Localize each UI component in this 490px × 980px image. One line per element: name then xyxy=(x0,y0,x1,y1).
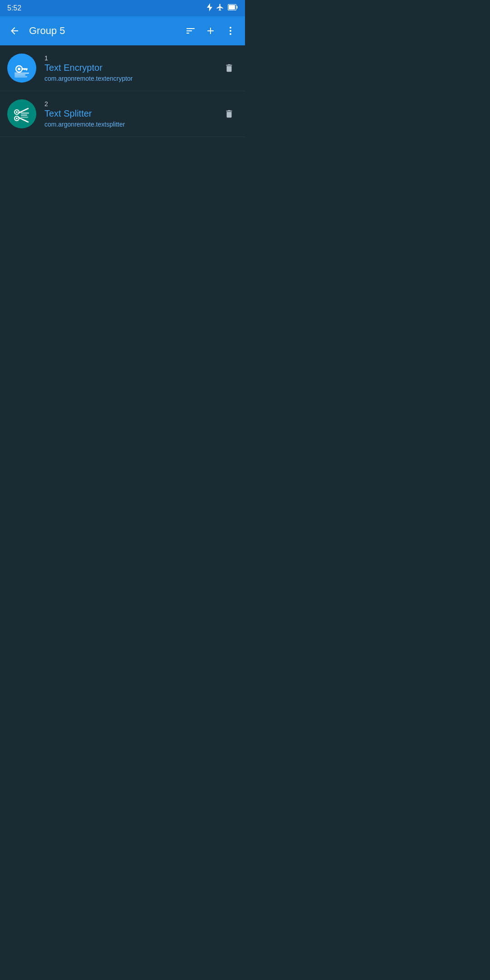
svg-rect-23 xyxy=(21,117,28,118)
app-name-encryptor: Text Encryptor xyxy=(44,63,220,73)
airplane-icon xyxy=(216,3,224,13)
svg-rect-11 xyxy=(24,69,25,70)
add-button[interactable] xyxy=(201,22,220,40)
app-bar-actions xyxy=(181,22,240,40)
list-item[interactable]: 1 Text Encryptor com.argonremote.textenc… xyxy=(0,45,245,91)
svg-rect-3 xyxy=(229,5,235,10)
app-number: 1 xyxy=(44,54,220,62)
page-title: Group 5 xyxy=(29,25,176,37)
svg-point-5 xyxy=(230,30,231,32)
app-name-splitter: Text Splitter xyxy=(44,108,220,119)
svg-point-4 xyxy=(230,27,231,29)
charging-icon xyxy=(207,3,212,13)
svg-point-8 xyxy=(18,68,20,70)
app-bar: Group 5 xyxy=(0,16,245,45)
delete-button-encryptor[interactable] xyxy=(220,59,238,77)
status-bar: 5:52 xyxy=(0,0,245,16)
filter-button[interactable] xyxy=(181,22,200,40)
svg-line-19 xyxy=(19,108,28,113)
app-info-encryptor: 1 Text Encryptor com.argonremote.textenc… xyxy=(44,54,220,82)
app-icon-encryptor xyxy=(7,54,36,83)
svg-point-17 xyxy=(16,111,18,113)
more-button[interactable] xyxy=(221,22,240,40)
svg-point-6 xyxy=(230,33,231,35)
delete-button-splitter[interactable] xyxy=(220,105,238,122)
svg-marker-0 xyxy=(207,3,212,11)
app-package-encryptor: com.argonremote.textencryptor xyxy=(44,75,220,82)
svg-rect-2 xyxy=(237,6,238,9)
app-list: 1 Text Encryptor com.argonremote.textenc… xyxy=(0,45,245,137)
status-icons xyxy=(207,3,238,13)
svg-rect-12 xyxy=(15,73,29,74)
svg-rect-13 xyxy=(15,74,25,76)
app-info-splitter: 2 Text Splitter com.argonremote.textspli… xyxy=(44,100,220,128)
svg-line-20 xyxy=(19,118,28,122)
app-number: 2 xyxy=(44,100,220,108)
app-package-splitter: com.argonremote.textsplitter xyxy=(44,121,220,128)
battery-icon xyxy=(228,4,238,12)
list-item[interactable]: 2 Text Splitter com.argonremote.textspli… xyxy=(0,91,245,137)
svg-point-18 xyxy=(16,118,18,119)
svg-rect-10 xyxy=(26,69,27,71)
svg-rect-21 xyxy=(21,113,29,114)
app-icon-splitter xyxy=(7,99,36,128)
back-button[interactable] xyxy=(5,22,24,40)
status-time: 5:52 xyxy=(7,4,21,12)
svg-rect-14 xyxy=(15,76,27,78)
svg-rect-22 xyxy=(21,115,27,116)
